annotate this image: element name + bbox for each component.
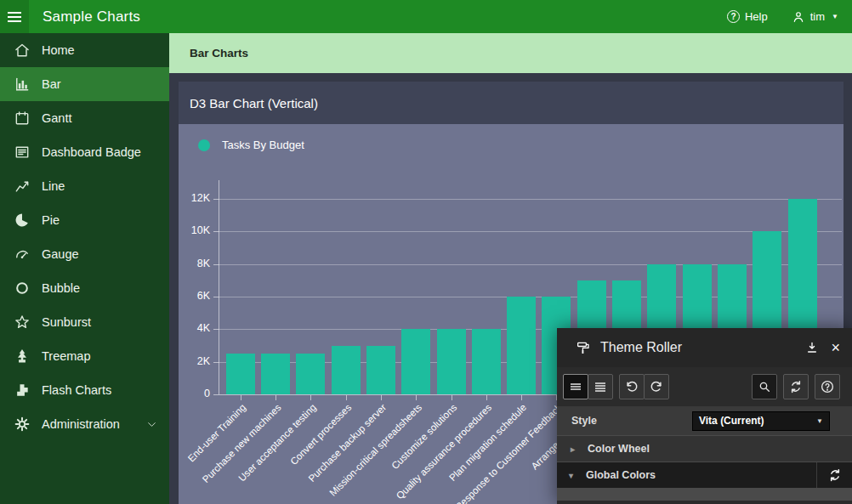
sidebar-item-home[interactable]: Home	[0, 33, 169, 67]
y-axis-label: 8K	[181, 258, 210, 269]
sidebar-item-label: Treemap	[42, 349, 90, 363]
x-axis-label: Convert processes	[288, 402, 353, 467]
sidebar-item-flash-charts[interactable]: Flash Charts	[0, 373, 169, 407]
x-axis-label: End-user Training	[185, 402, 247, 464]
user-menu-button[interactable]: tim ▼	[792, 10, 838, 24]
breadcrumb-bar: Bar Charts	[169, 33, 852, 73]
sidebar-item-label: Home	[42, 43, 75, 57]
application-window: Sample Charts ? Help tim ▼ HomeBarGanttD…	[0, 0, 852, 504]
help-button[interactable]: ? Help	[727, 10, 768, 23]
theme-roller-panel: Theme Roller ×	[557, 328, 852, 504]
redo-button[interactable]	[644, 374, 669, 399]
style-select[interactable]: Vita (Current) ▼	[692, 411, 830, 431]
x-axis-tick	[416, 395, 417, 400]
y-axis-label: 2K	[181, 355, 210, 367]
theme-roller-title: Theme Roller	[600, 340, 682, 355]
sidebar-item-line[interactable]: Line	[0, 169, 169, 203]
x-axis-tick	[381, 395, 382, 400]
help-panel-button[interactable]	[815, 374, 840, 399]
hamburger-menu-button[interactable]	[0, 0, 29, 33]
sidebar-item-label: Flash Charts	[42, 383, 111, 397]
section-label: Color Wheel	[588, 443, 650, 455]
sidebar-item-label: Pie	[42, 213, 60, 227]
sidebar-item-label: Gauge	[42, 247, 79, 261]
user-name: tim	[810, 10, 825, 23]
legend-label: Tasks By Budget	[222, 139, 304, 151]
bar-2[interactable]	[261, 354, 290, 394]
theme-roller-toolbar	[557, 367, 852, 406]
section-color-wheel[interactable]: ▸ Color Wheel	[557, 435, 852, 462]
bar-6[interactable]	[401, 329, 430, 394]
puzzle-icon	[14, 382, 31, 399]
sidebar-item-label: Bar	[42, 77, 61, 91]
calendar-icon	[14, 110, 31, 127]
sidebar-item-label: Gantt	[42, 111, 71, 125]
theme-roller-header[interactable]: Theme Roller ×	[557, 328, 852, 367]
y-axis-label: 12K	[181, 192, 210, 204]
theme-roller-footer	[557, 488, 852, 501]
chevron-down-icon: ▾	[569, 471, 578, 480]
y-axis-label: 6K	[181, 290, 210, 302]
y-axis-label: 0	[181, 388, 210, 399]
sidebar-item-treemap[interactable]: Treemap	[0, 339, 169, 373]
bar-3[interactable]	[296, 354, 325, 394]
bar-chart-icon	[14, 76, 31, 93]
sidebar-item-label: Sunburst	[42, 315, 91, 329]
home-icon	[14, 42, 31, 59]
download-icon[interactable]	[805, 341, 819, 354]
undo-icon	[624, 379, 639, 394]
pie-chart-icon	[14, 212, 31, 229]
x-axis-tick	[486, 395, 487, 400]
caret-down-icon: ▼	[832, 13, 838, 20]
section-label: Global Colors	[586, 469, 656, 481]
style-row: Style Vita (Current) ▼	[557, 406, 852, 435]
undo-button[interactable]	[619, 374, 645, 399]
gridline	[219, 231, 842, 232]
tree-icon	[14, 348, 31, 365]
sidebar-item-sunburst[interactable]: Sunburst	[0, 305, 169, 339]
bar-8[interactable]	[472, 329, 501, 394]
global-colors-refresh-button[interactable]	[816, 462, 852, 488]
compact-view-button[interactable]	[563, 374, 588, 399]
chevron-down-icon	[146, 419, 157, 430]
sidebar-item-pie[interactable]: Pie	[0, 203, 169, 237]
x-axis-tick	[452, 395, 452, 400]
bar-4[interactable]	[332, 346, 361, 395]
bar-5[interactable]	[366, 346, 395, 395]
section-global-colors[interactable]: ▾ Global Colors	[557, 462, 852, 488]
chevron-right-icon: ▸	[571, 445, 580, 454]
search-button[interactable]	[752, 374, 777, 399]
legend-marker	[198, 139, 210, 151]
sidebar-item-label: Line	[42, 179, 65, 193]
bar-9[interactable]	[507, 297, 536, 394]
gridline	[219, 199, 842, 200]
list-large-icon	[593, 379, 608, 394]
x-axis-label: Customize solutions	[389, 402, 458, 471]
gridline	[219, 264, 842, 265]
chart-legend[interactable]: Tasks By Budget	[198, 139, 304, 151]
sidebar-item-dashboard-badge[interactable]: Dashboard Badge	[0, 135, 169, 169]
user-icon	[792, 10, 805, 24]
sidebar-item-bar[interactable]: Bar	[0, 67, 169, 101]
refresh-button[interactable]	[783, 374, 809, 399]
sidebar-item-gauge[interactable]: Gauge	[0, 237, 169, 271]
y-axis-label: 4K	[181, 322, 210, 334]
gauge-icon	[14, 246, 31, 263]
sidebar-item-gantt[interactable]: Gantt	[0, 101, 169, 135]
comfortable-view-button[interactable]	[588, 374, 613, 399]
sync-icon	[788, 379, 804, 394]
bubble-icon	[14, 280, 31, 297]
sidebar-item-bubble[interactable]: Bubble	[0, 271, 169, 305]
style-label: Style	[571, 415, 597, 427]
top-header: Sample Charts ? Help tim ▼	[0, 0, 852, 33]
y-axis-line	[219, 180, 219, 394]
gear-icon	[14, 416, 31, 433]
close-icon[interactable]: ×	[831, 340, 840, 355]
bar-7[interactable]	[437, 329, 466, 394]
bar-1[interactable]	[226, 354, 255, 394]
breadcrumb: Bar Charts	[190, 47, 248, 59]
style-select-value: Vita (Current)	[699, 415, 764, 427]
x-axis-tick	[275, 395, 276, 400]
x-axis-tick	[346, 395, 347, 400]
sidebar-item-administration[interactable]: Administration	[0, 407, 169, 441]
